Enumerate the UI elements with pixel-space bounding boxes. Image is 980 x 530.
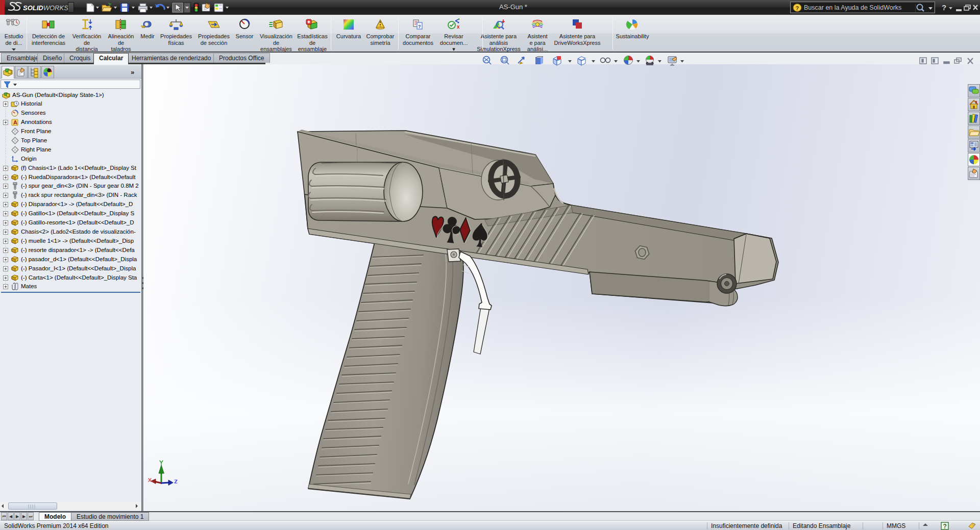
svg-text:?: ?: [943, 523, 947, 530]
svg-text:x: x: [457, 24, 460, 30]
svg-text:SOLIDWORKS: SOLIDWORKS: [23, 4, 68, 12]
svg-text:?: ?: [942, 3, 946, 12]
svg-text:?: ?: [796, 5, 799, 11]
svg-text:A: A: [13, 119, 17, 125]
